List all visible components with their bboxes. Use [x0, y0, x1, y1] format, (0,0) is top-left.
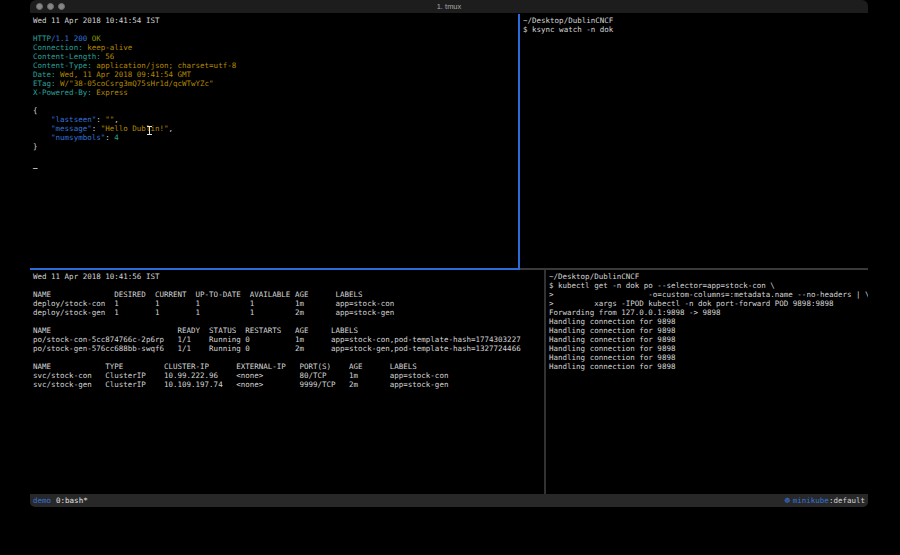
terminal-line: Handling connection for 9898: [549, 335, 868, 344]
traffic-lights: [36, 3, 65, 10]
status-right: ☸ minikube :default: [784, 494, 865, 507]
terminal-line: Content-Type: application/json; charset=…: [33, 61, 518, 70]
terminal-line: Date: Wed, 11 Apr 2018 09:41:54 GMT: [33, 70, 518, 79]
terminal-line: Wed 11 Apr 2018 10:41:56 IST: [33, 272, 544, 281]
terminal-line: > -o=custom-columns=:metadata.name --no-…: [549, 290, 868, 299]
status-left: demo 0:bash*: [33, 494, 88, 507]
close-button[interactable]: [36, 3, 43, 10]
terminal-line: [33, 97, 518, 106]
pane-ksync-watch[interactable]: ~/Desktop/DublinCNCF$ ksync watch -n dok: [520, 14, 868, 268]
terminal-line: ~/Desktop/DublinCNCF: [523, 16, 868, 25]
terminal-line: "message": "Hello Dublin!",: [33, 124, 518, 133]
terminal-line: po/stock-gen-576cc688bb-swqf6 1/1 Runnin…: [33, 344, 544, 353]
terminal-line: [33, 317, 544, 326]
tmux-status-bar: demo 0:bash* ☸ minikube :default: [30, 494, 868, 507]
terminal-line: [33, 353, 544, 362]
terminal-line: Handling connection for 9898: [549, 326, 868, 335]
pane-http-response[interactable]: Wed 11 Apr 2018 10:41:54 IST HTTP/1.1 20…: [30, 14, 518, 268]
window-title: 1. tmux: [437, 2, 462, 11]
tmux-session: Wed 11 Apr 2018 10:41:54 IST HTTP/1.1 20…: [30, 14, 868, 494]
terminal-line: ~/Desktop/DublinCNCF: [549, 272, 868, 281]
terminal-line: svc/stock-con ClusterIP 10.99.222.96 <no…: [33, 371, 544, 380]
terminal-line: "numsymbols": 4: [33, 133, 518, 142]
session-name: demo: [33, 494, 51, 507]
terminal-line: [33, 25, 518, 34]
terminal-line: Content-Length: 56: [33, 52, 518, 61]
terminal-line: svc/stock-gen ClusterIP 10.109.197.74 <n…: [33, 380, 544, 389]
terminal-line: Connection: keep-alive: [33, 43, 518, 52]
terminal-line: > xargs -IPOD kubectl -n dok port-forwar…: [549, 299, 868, 308]
terminal-line: Forwarding from 127.0.0.1:9898 -> 9898: [549, 308, 868, 317]
terminal-line: Handling connection for 9898: [549, 344, 868, 353]
terminal-window: 1. tmux Wed 11 Apr 2018 10:41:54 IST HTT…: [30, 0, 868, 507]
kube-context: minikube: [793, 494, 829, 507]
zoom-button[interactable]: [58, 3, 65, 10]
terminal-line: deploy/stock-con 1 1 1 1 1m app=stock-co…: [33, 299, 544, 308]
terminal-line: deploy/stock-gen 1 1 1 1 2m app=stock-ge…: [33, 308, 544, 317]
mouse-ibeam-cursor: [147, 126, 152, 135]
terminal-line: [33, 281, 544, 290]
terminal-line: NAME READY STATUS RESTARTS AGE LABELS: [33, 326, 544, 335]
pane-port-forward[interactable]: ~/Desktop/DublinCNCF$ kubectl get -n dok…: [546, 270, 868, 494]
terminal-line: NAME TYPE CLUSTER-IP EXTERNAL-IP PORT(S)…: [33, 362, 544, 371]
terminal-line: Wed 11 Apr 2018 10:41:54 IST: [33, 16, 518, 25]
pane-kubectl-resources[interactable]: Wed 11 Apr 2018 10:41:56 IST NAME DESIRE…: [30, 270, 544, 494]
terminal-line: [33, 151, 518, 160]
terminal-line: $ ksync watch -n dok: [523, 25, 868, 34]
terminal-line: HTTP/1.1 200 OK: [33, 34, 518, 43]
window-titlebar[interactable]: 1. tmux: [30, 0, 868, 14]
terminal-line: Handling connection for 9898: [549, 317, 868, 326]
terminal-line: po/stock-con-5cc874766c-2p6rp 1/1 Runnin…: [33, 335, 544, 344]
terminal-line: {: [33, 106, 518, 115]
terminal-line: "lastseen": "",: [33, 115, 518, 124]
terminal-line: _: [33, 160, 518, 169]
terminal-line: Handling connection for 9898: [549, 353, 868, 362]
window-list-item[interactable]: 0:bash*: [56, 494, 88, 507]
terminal-line: $ kubectl get -n dok po --selector=app=s…: [549, 281, 868, 290]
minimize-button[interactable]: [47, 3, 54, 10]
terminal-line: Handling connection for 9898: [549, 362, 868, 371]
kubernetes-icon: ☸: [784, 494, 791, 507]
terminal-line: X-Powered-By: Express: [33, 88, 518, 97]
terminal-line: }: [33, 142, 518, 151]
terminal-line: NAME DESIRED CURRENT UP-TO-DATE AVAILABL…: [33, 290, 544, 299]
terminal-line: ETag: W/"38-05coCsrg3mQ75sHr1d/qcWTwYZc": [33, 79, 518, 88]
kube-namespace: :default: [829, 494, 865, 507]
